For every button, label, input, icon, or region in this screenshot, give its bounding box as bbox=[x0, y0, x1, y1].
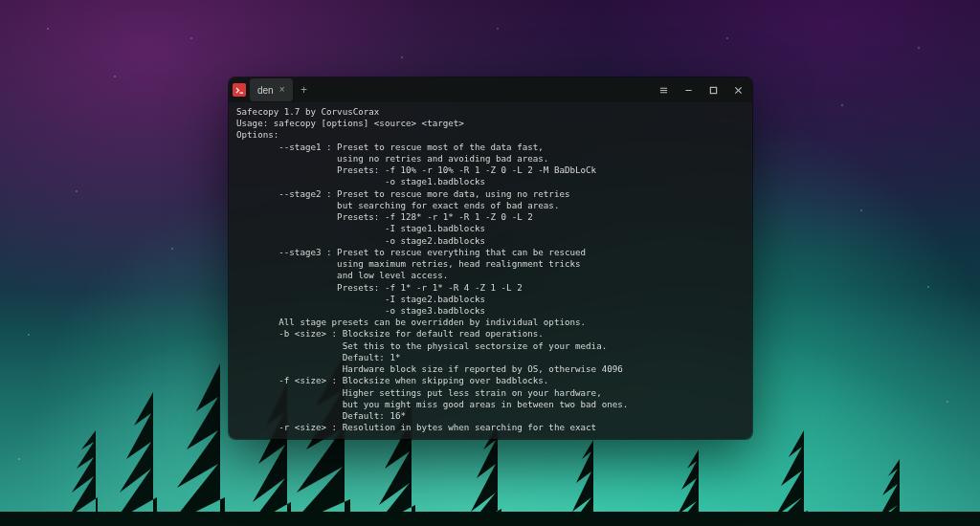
svg-rect-10 bbox=[710, 87, 716, 93]
plus-icon: + bbox=[301, 83, 307, 97]
new-tab-button[interactable]: + bbox=[297, 82, 312, 98]
terminal-app-icon bbox=[233, 83, 246, 97]
menu-button[interactable] bbox=[653, 81, 674, 99]
minimize-button[interactable] bbox=[678, 81, 699, 99]
tab-label: den bbox=[257, 85, 274, 96]
terminal-output[interactable]: Safecopy 1.7 by CorvusCorax Usage: safec… bbox=[229, 102, 752, 439]
close-button[interactable] bbox=[727, 81, 748, 99]
tab-active[interactable]: den × bbox=[250, 78, 293, 101]
terminal-window: den × + Safecopy 1.7 by CorvusCorax Usag… bbox=[229, 77, 752, 439]
maximize-button[interactable] bbox=[702, 81, 724, 99]
tab-close-icon[interactable]: × bbox=[279, 85, 285, 95]
window-titlebar[interactable]: den × + bbox=[229, 77, 752, 102]
